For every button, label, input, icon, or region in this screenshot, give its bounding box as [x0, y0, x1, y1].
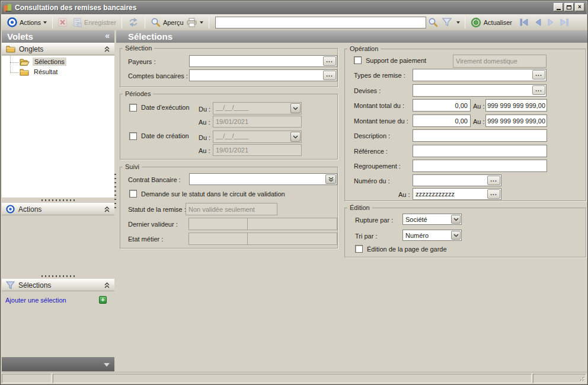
chevron-down-icon [43, 21, 47, 24]
actions-menu-button[interactable]: Actions [4, 16, 50, 28]
folder-icon [20, 68, 29, 76]
date-creation-du-combo[interactable]: __/__/____ [213, 131, 302, 143]
group-periodes-legend: Périodes [123, 90, 153, 97]
payeurs-input[interactable] [189, 55, 337, 67]
section-header-actions[interactable]: Actions [2, 203, 114, 215]
devises-input[interactable] [413, 84, 547, 97]
payeurs-label: Payeurs : [128, 58, 155, 65]
maximize-button[interactable] [564, 3, 574, 11]
panel-splitter-handle[interactable] [114, 174, 116, 208]
tree-item-label[interactable]: Sélections [33, 58, 66, 66]
section-header-selections[interactable]: Sélections [2, 279, 114, 291]
dernier-valideur-input-2 [247, 218, 337, 230]
contrat-bancaire-input[interactable] [189, 173, 337, 185]
tree-item-resultat[interactable]: Résultat [20, 68, 59, 76]
save-button[interactable]: Enregistrer [70, 17, 119, 28]
support-paiement-label: Support de paiement [366, 57, 426, 64]
montant-total-du-input[interactable] [413, 99, 471, 112]
types-remise-input[interactable] [413, 69, 547, 81]
montant-total-label: Montant total du : [354, 102, 404, 109]
sidebar-splitter-handle[interactable] [41, 275, 75, 277]
regroupement-input[interactable] [413, 160, 547, 172]
date-creation-checkbox[interactable] [129, 132, 137, 140]
filter-button[interactable] [440, 16, 454, 28]
collapsed-panel-bar[interactable] [2, 357, 114, 371]
toolbar-separator [465, 17, 465, 28]
date-execution-au-input[interactable] [213, 116, 302, 128]
previous-record-icon [533, 18, 542, 27]
montant-tenue-au-input[interactable] [485, 114, 547, 127]
minimize-icon [557, 9, 561, 10]
search-input[interactable] [215, 17, 426, 28]
resize-grip-icon[interactable] [578, 375, 585, 382]
funnel-icon [6, 281, 15, 289]
tree-item-label[interactable]: Résultat [32, 68, 59, 76]
next-record-button[interactable] [545, 17, 557, 28]
add-selection-link[interactable]: Ajouter une sélection [5, 297, 66, 304]
tree-item-selections[interactable]: Sélections [20, 58, 66, 66]
demande-statut-label: Demande sur le statut dans le circuit de… [141, 190, 285, 198]
actions-menu-label: Actions [20, 19, 41, 26]
contrat-bancaire-dropdown-button[interactable] [325, 174, 336, 184]
minimize-button[interactable] [554, 3, 563, 11]
collapse-section-icon[interactable] [104, 282, 110, 288]
statut-remise-input [186, 203, 277, 215]
montant-total-au-input[interactable] [485, 99, 547, 112]
first-record-icon [519, 18, 529, 27]
support-paiement-checkbox[interactable] [354, 56, 362, 64]
toolbar-separator [209, 17, 209, 28]
date-execution-checkbox[interactable] [129, 104, 137, 112]
add-selection-plus-button[interactable]: + [99, 296, 107, 304]
payeurs-picker-button[interactable]: ... [323, 56, 336, 66]
close-button[interactable]: × [575, 3, 584, 11]
au-label: Au : [473, 103, 485, 110]
refresh-button[interactable]: Actualiser [468, 16, 515, 29]
au-label: Au : [398, 191, 410, 198]
sidebar-splitter-handle[interactable] [41, 199, 75, 201]
date-creation-du-dropdown-button[interactable] [290, 132, 301, 142]
comptes-picker-button[interactable]: ... [323, 71, 336, 80]
comptes-input[interactable] [189, 69, 337, 81]
demande-statut-checkbox[interactable] [129, 190, 137, 198]
description-input[interactable] [413, 129, 547, 142]
preview-button[interactable]: Aperçu [148, 16, 206, 28]
app-icon [4, 4, 12, 12]
date-execution-du-dropdown-button[interactable] [290, 103, 301, 113]
filter-options-button[interactable] [454, 20, 462, 25]
group-selection-legend: Sélection [123, 44, 154, 52]
collapse-section-icon[interactable] [104, 206, 110, 212]
collapse-section-icon[interactable] [104, 46, 110, 52]
montant-tenue-du-input[interactable] [413, 114, 471, 127]
title-bar: Consultation des remises bancaires × [1, 1, 587, 14]
bullseye-icon [7, 17, 17, 27]
types-remise-picker-button[interactable]: ... [532, 70, 545, 79]
sync-button[interactable] [124, 16, 142, 28]
collapse-sidebar-icon[interactable]: « [105, 31, 110, 40]
previous-record-button[interactable] [532, 17, 544, 28]
last-record-button[interactable] [558, 17, 571, 28]
next-record-icon [547, 18, 555, 27]
tri-par-dropdown-button[interactable] [451, 231, 461, 240]
numero-au-picker-button[interactable]: ... [487, 189, 500, 199]
sidebar-title: Volets [7, 31, 33, 42]
first-record-button[interactable] [518, 17, 531, 28]
page-garde-label: Édition de la page de garde [367, 246, 447, 253]
rupture-par-dropdown-button[interactable] [451, 215, 461, 224]
numero-du-label: Numéro du : [354, 177, 390, 184]
date-creation-au-input[interactable] [213, 144, 302, 156]
regroupement-label: Regroupement : [354, 163, 401, 170]
au-label: Au : [199, 119, 210, 126]
page-garde-checkbox[interactable] [355, 245, 363, 253]
main-title: Sélections [128, 31, 172, 42]
delete-button[interactable] [55, 17, 70, 28]
date-execution-du-combo[interactable]: __/__/____ [213, 102, 302, 114]
search-button[interactable] [426, 16, 440, 28]
reference-input[interactable] [413, 145, 547, 157]
funnel-icon [442, 17, 452, 27]
tree-line [10, 62, 18, 63]
numero-du-picker-button[interactable]: ... [487, 176, 500, 185]
devises-picker-button[interactable]: ... [532, 85, 545, 95]
section-header-onglets[interactable]: Onglets [2, 43, 114, 55]
toolbar: Actions Enregistrer Aperçu [1, 14, 587, 30]
app-window: Consultation des remises bancaires × Act… [0, 0, 588, 385]
